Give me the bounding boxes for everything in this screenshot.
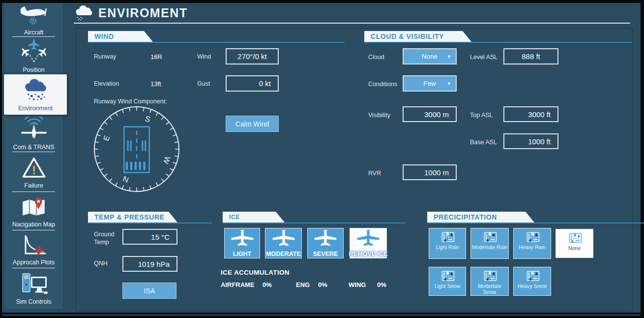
elevation-label: Elevation bbox=[94, 80, 119, 87]
temp-pressure-section-tab: TEMP & PRESSURE bbox=[88, 212, 177, 223]
computer-monitor-icon bbox=[20, 271, 48, 297]
compass-south-label: S bbox=[144, 114, 151, 124]
precip-button-label: Modertate Snow bbox=[471, 283, 508, 295]
ice-light-button[interactable]: LIGHT bbox=[224, 228, 260, 258]
runway-value: 16R bbox=[150, 53, 162, 61]
precip-button-label: Heavy Snow bbox=[518, 283, 547, 289]
top-asl-input[interactable]: 3000 ft bbox=[503, 106, 558, 122]
calm-wind-button[interactable]: Calm Wind bbox=[226, 116, 279, 132]
wind-section-tab: WIND bbox=[88, 31, 153, 42]
rvr-input[interactable]: 1000 m bbox=[403, 164, 457, 180]
precip-none-button[interactable]: None bbox=[556, 229, 593, 258]
precip-button-label: None bbox=[568, 245, 581, 251]
airplane-top-icon bbox=[356, 229, 380, 248]
rvr-label: RVR bbox=[368, 170, 381, 177]
eng-label: ENG bbox=[296, 281, 310, 288]
sidebar-item-label: Position bbox=[23, 66, 44, 73]
sidebar-item-sim-controls[interactable]: Sim Controls bbox=[4, 268, 63, 308]
precip-heavy-snow-button[interactable]: Heavy Snow bbox=[513, 267, 551, 296]
ice-moderate-button[interactable]: MODERATE bbox=[265, 228, 302, 258]
airplane-top-icon bbox=[272, 229, 295, 248]
runway-wind-component-label: Runway Wind Component: bbox=[94, 98, 167, 105]
eng-value: 0% bbox=[318, 281, 327, 288]
ice-button-label: LIGHT bbox=[233, 251, 252, 257]
com-trans-antenna-icon bbox=[20, 117, 48, 142]
precipitation-section-tab: PRECICIPITATION bbox=[427, 212, 534, 223]
environment-cloud-snow-icon bbox=[21, 78, 50, 103]
header-underline bbox=[74, 23, 630, 24]
ice-section-rule bbox=[223, 223, 406, 223]
rain-gauge-icon bbox=[524, 231, 541, 244]
ice-button-label: SEVERE bbox=[313, 251, 338, 257]
sidebar-item-label: Failure bbox=[24, 182, 43, 189]
sidebar-item-com-trans[interactable]: Com & TRANS bbox=[4, 115, 63, 152]
gust-input[interactable]: 0 kt bbox=[226, 75, 279, 92]
precip-heavy-rain-button[interactable]: Heavy Rain bbox=[513, 228, 551, 259]
precipitation-section-rule bbox=[427, 223, 644, 223]
sidebar-item-label: Environment bbox=[18, 105, 53, 112]
remove-ice-button[interactable]: REMOVE ICE bbox=[350, 228, 387, 258]
precip-light-snow-button[interactable]: Light Snow bbox=[429, 267, 466, 296]
page-title: ENVIROMENT bbox=[98, 6, 188, 20]
ice-button-label: MODERATE bbox=[266, 251, 301, 257]
base-asl-input[interactable]: 1000 ft bbox=[503, 133, 558, 149]
wing-label: WING bbox=[349, 281, 366, 288]
snow-gauge-icon bbox=[439, 270, 456, 283]
sidebar-item-position[interactable]: Position bbox=[4, 37, 63, 74]
conditions-label: Conditions bbox=[368, 81, 397, 88]
sidebar-item-failure[interactable]: ! Failure bbox=[4, 152, 63, 192]
sidebar-item-approach-plots[interactable]: Approcah Plots bbox=[4, 230, 63, 268]
elevation-value: 13ft bbox=[150, 80, 161, 88]
ground-temp-input[interactable]: 15 °C bbox=[122, 229, 177, 245]
environment-header-cloud-icon bbox=[74, 4, 93, 25]
sidebar-item-aircraft[interactable]: Aircraft bbox=[4, 3, 63, 37]
compass-east-label: E bbox=[102, 134, 112, 142]
precip-light-rain-button[interactable]: Light Rain bbox=[429, 228, 466, 259]
precip-button-label: Light Rain bbox=[436, 244, 459, 250]
visibility-label: Visibility bbox=[368, 112, 390, 119]
sidebar-item-environment[interactable]: Environment bbox=[4, 74, 67, 115]
snow-gauge-icon bbox=[481, 270, 498, 283]
sidebar-item-label: Aircraft bbox=[24, 29, 44, 36]
ice-severe-button[interactable]: SEVERE bbox=[307, 228, 344, 258]
warning-triangle-icon: ! bbox=[20, 155, 48, 181]
approach-plot-chart-icon bbox=[20, 233, 48, 257]
chevron-down-icon: ▼ bbox=[447, 54, 451, 59]
rain-gauge-icon bbox=[439, 231, 456, 244]
sidebar: Aircraft Position Environment bbox=[4, 3, 64, 309]
cloud-visibility-section-rule bbox=[364, 42, 632, 43]
precip-moderate-rain-button[interactable]: Modertate Rain bbox=[470, 228, 509, 259]
cloud-label: Cloud bbox=[368, 54, 384, 61]
temp-pressure-section-rule bbox=[88, 223, 212, 223]
wind-input[interactable]: 270°/0 kt bbox=[226, 48, 279, 64]
wing-value: 0% bbox=[377, 281, 386, 288]
isa-button[interactable]: ISA bbox=[122, 283, 176, 299]
gust-label: Gust bbox=[197, 80, 210, 87]
airframe-value: 0% bbox=[263, 281, 272, 288]
runway-wind-compass: S W N E bbox=[93, 105, 180, 195]
precip-button-label: Heavy Rain bbox=[519, 244, 545, 250]
runway-graphic bbox=[124, 127, 149, 173]
ice-button-label: REMOVE ICE bbox=[349, 251, 388, 257]
conditions-dropdown-value: Few bbox=[423, 80, 436, 87]
runway-label: Runway bbox=[94, 53, 116, 60]
precip-button-label: Modertate Rain bbox=[472, 244, 507, 250]
precip-moderate-snow-button[interactable]: Modertate Snow bbox=[470, 267, 509, 296]
chevron-down-icon: ▼ bbox=[447, 81, 451, 86]
level-asl-label: Level ASL bbox=[470, 54, 498, 61]
qnh-input[interactable]: 1019 hPa bbox=[122, 256, 177, 272]
ice-section-tab: ICE bbox=[223, 212, 285, 223]
conditions-dropdown[interactable]: Few ▼ bbox=[403, 75, 457, 92]
airplane-top-icon bbox=[314, 229, 337, 248]
cloud-dropdown[interactable]: None ▼ bbox=[403, 48, 457, 64]
rain-gauge-icon bbox=[481, 231, 498, 244]
position-icon bbox=[20, 38, 48, 65]
sidebar-item-label: Nacigation Map bbox=[12, 221, 55, 228]
sidebar-item-navigation-map[interactable]: Nacigation Map bbox=[4, 192, 63, 230]
cloud-visibility-section-tab: CLOUD & VISIBILITY bbox=[364, 31, 471, 42]
visibility-input[interactable]: 3000 m bbox=[403, 106, 457, 122]
level-asl-input[interactable]: 888 ft bbox=[503, 48, 558, 64]
top-asl-label: Top ASL bbox=[470, 112, 493, 119]
airplane-top-icon bbox=[231, 229, 254, 248]
airframe-label: AIRFRAME bbox=[221, 281, 255, 288]
